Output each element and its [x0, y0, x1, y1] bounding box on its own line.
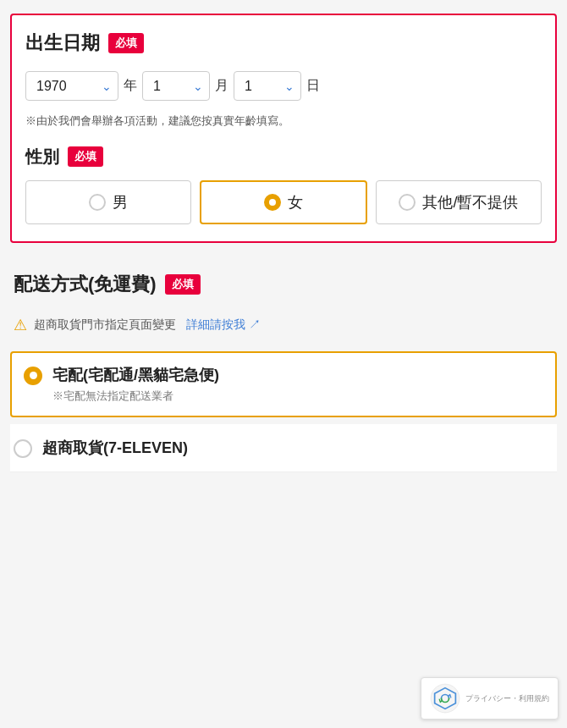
- external-link-icon: ↗: [249, 317, 261, 331]
- birth-date-required: 必填: [108, 33, 144, 53]
- gender-other-option[interactable]: 其他/暫不提供: [376, 180, 542, 224]
- birth-gender-section: 出生日期 必填 1970 1960 1965 1975 1980 1985 19…: [10, 14, 557, 243]
- notice-bar: ⚠ 超商取貨門市指定頁面變更 詳細請按我 ↗: [0, 309, 567, 345]
- year-select[interactable]: 1970 1960 1965 1975 1980 1985 1990 1995 …: [25, 71, 118, 101]
- delivery-home-radio: [24, 367, 42, 385]
- year-select-wrapper: 1970 1960 1965 1975 1980 1985 1990 1995 …: [25, 71, 118, 101]
- month-select-wrapper: 1 2 3 4 5 6 7 8 9 10 11 12 ⌄: [142, 71, 210, 101]
- notice-icon: ⚠: [14, 316, 27, 334]
- delivery-section: 配送方式(免運費) 必填 ⚠ 超商取貨門市指定頁面變更 詳細請按我 ↗ 宅配(宅…: [0, 256, 567, 472]
- gender-options: 男 女 其他/暫不提供: [25, 180, 542, 224]
- gender-male-option[interactable]: 男: [25, 180, 191, 224]
- delivery-convenience-radio: [14, 439, 32, 458]
- gender-other-radio: [399, 194, 416, 211]
- date-row: 1970 1960 1965 1975 1980 1985 1990 1995 …: [25, 71, 542, 101]
- delivery-required: 必填: [165, 274, 201, 295]
- day-select-wrapper: 1 2 3 4 5 6 7 8 9 10 15 20 25 31 ⌄: [234, 71, 301, 101]
- recaptcha-badge: プライバシー・利用規約: [421, 677, 559, 720]
- day-unit: 日: [306, 77, 320, 95]
- gender-female-option[interactable]: 女: [200, 180, 367, 224]
- delivery-convenience-content: 超商取貨(7-ELEVEN): [42, 438, 188, 458]
- birth-date-title: 出生日期: [25, 30, 100, 56]
- delivery-home-subtitle: ※宅配無法指定配送業者: [52, 389, 219, 404]
- gender-female-radio: [264, 194, 281, 211]
- delivery-header: 配送方式(免運費) 必填: [0, 256, 567, 309]
- recaptcha-privacy-text: プライバシー・利用規約: [465, 693, 549, 704]
- notice-link[interactable]: 詳細請按我 ↗: [186, 317, 261, 333]
- delivery-convenience-option[interactable]: 超商取貨(7-ELEVEN): [10, 424, 557, 472]
- notice-text: 超商取貨門市指定頁面變更: [34, 317, 176, 333]
- gender-required: 必填: [68, 146, 103, 167]
- gender-female-label: 女: [288, 192, 303, 212]
- delivery-title: 配送方式(免運費): [14, 272, 157, 297]
- delivery-convenience-title: 超商取貨(7-ELEVEN): [42, 438, 188, 458]
- delivery-home-title: 宅配(宅配通/黑貓宅急便): [52, 365, 219, 385]
- gender-header: 性別 必填: [25, 146, 542, 168]
- delivery-home-option[interactable]: 宅配(宅配通/黑貓宅急便) ※宅配無法指定配送業者: [10, 351, 557, 417]
- gender-label: 性別: [25, 146, 59, 168]
- month-unit: 月: [215, 77, 228, 95]
- birth-date-header: 出生日期 必填: [25, 30, 542, 56]
- recaptcha-text: プライバシー・利用規約: [465, 693, 549, 704]
- year-unit: 年: [124, 77, 137, 95]
- recaptcha-logo-icon: [430, 683, 460, 714]
- gender-other-label: 其他/暫不提供: [422, 192, 518, 212]
- delivery-home-content: 宅配(宅配通/黑貓宅急便) ※宅配無法指定配送業者: [52, 365, 219, 404]
- notice-link-text: 詳細請按我: [186, 317, 245, 331]
- date-note: ※由於我們會舉辦各項活動，建議您按真實年齡填寫。: [25, 113, 542, 130]
- gender-male-radio: [89, 194, 106, 211]
- gender-male-label: 男: [113, 192, 128, 212]
- day-select[interactable]: 1 2 3 4 5 6 7 8 9 10 15 20 25 31: [234, 71, 301, 101]
- month-select[interactable]: 1 2 3 4 5 6 7 8 9 10 11 12: [142, 71, 210, 101]
